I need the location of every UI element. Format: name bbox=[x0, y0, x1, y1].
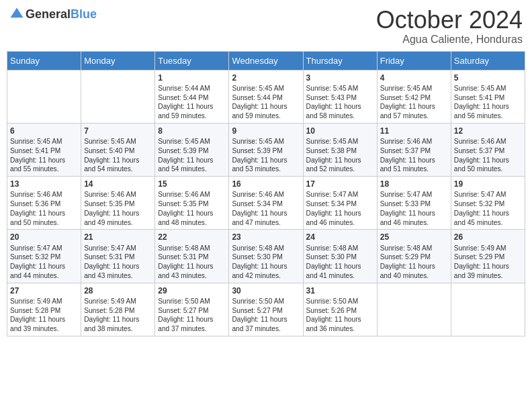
day-number: 20 bbox=[10, 232, 78, 242]
calendar-cell: 9Sunrise: 5:45 AMSunset: 5:39 PMDaylight… bbox=[229, 123, 303, 176]
calendar-cell bbox=[451, 283, 525, 336]
cell-info: Sunrise: 5:47 AMSunset: 5:32 PMDaylight:… bbox=[10, 244, 78, 281]
day-number: 6 bbox=[10, 126, 78, 136]
cell-info: Sunrise: 5:49 AMSunset: 5:28 PMDaylight:… bbox=[84, 297, 152, 334]
cell-info: Sunrise: 5:46 AMSunset: 5:37 PMDaylight:… bbox=[380, 137, 448, 174]
day-number: 13 bbox=[10, 179, 78, 189]
cell-info: Sunrise: 5:49 AMSunset: 5:28 PMDaylight:… bbox=[10, 297, 78, 334]
weekday-header: Sunday bbox=[7, 51, 81, 70]
calendar-week-row: 6Sunrise: 5:45 AMSunset: 5:41 PMDaylight… bbox=[7, 123, 525, 176]
calendar-cell: 17Sunrise: 5:47 AMSunset: 5:34 PMDayligh… bbox=[303, 177, 377, 230]
day-number: 17 bbox=[306, 179, 374, 189]
day-number: 31 bbox=[306, 285, 374, 296]
day-number: 19 bbox=[454, 179, 522, 189]
weekday-header: Tuesday bbox=[155, 51, 229, 70]
weekday-header: Wednesday bbox=[229, 51, 303, 70]
calendar-cell: 22Sunrise: 5:48 AMSunset: 5:31 PMDayligh… bbox=[155, 230, 229, 283]
day-number: 3 bbox=[306, 73, 374, 83]
logo-text-blue: Blue bbox=[71, 7, 97, 21]
cell-info: Sunrise: 5:48 AMSunset: 5:30 PMDaylight:… bbox=[306, 244, 374, 281]
cell-info: Sunrise: 5:50 AMSunset: 5:27 PMDaylight:… bbox=[232, 297, 300, 334]
day-number: 4 bbox=[380, 73, 448, 83]
calendar-cell: 4Sunrise: 5:45 AMSunset: 5:42 PMDaylight… bbox=[377, 70, 451, 123]
cell-info: Sunrise: 5:45 AMSunset: 5:42 PMDaylight:… bbox=[380, 84, 448, 121]
day-number: 24 bbox=[306, 232, 374, 242]
month-title: October 2024 bbox=[376, 7, 523, 34]
calendar-cell: 27Sunrise: 5:49 AMSunset: 5:28 PMDayligh… bbox=[7, 283, 81, 336]
cell-info: Sunrise: 5:48 AMSunset: 5:29 PMDaylight:… bbox=[380, 244, 448, 281]
weekday-header: Monday bbox=[81, 51, 155, 70]
calendar-cell: 18Sunrise: 5:47 AMSunset: 5:33 PMDayligh… bbox=[377, 177, 451, 230]
cell-info: Sunrise: 5:50 AMSunset: 5:26 PMDaylight:… bbox=[306, 297, 374, 334]
calendar-cell: 8Sunrise: 5:45 AMSunset: 5:39 PMDaylight… bbox=[155, 123, 229, 176]
cell-info: Sunrise: 5:44 AMSunset: 5:44 PMDaylight:… bbox=[158, 84, 226, 121]
cell-info: Sunrise: 5:45 AMSunset: 5:38 PMDaylight:… bbox=[306, 137, 374, 174]
day-number: 5 bbox=[454, 73, 522, 83]
day-number: 30 bbox=[232, 285, 300, 296]
day-number: 16 bbox=[232, 179, 300, 189]
cell-info: Sunrise: 5:45 AMSunset: 5:43 PMDaylight:… bbox=[306, 84, 374, 121]
calendar-week-row: 1Sunrise: 5:44 AMSunset: 5:44 PMDaylight… bbox=[7, 70, 525, 123]
calendar-cell: 30Sunrise: 5:50 AMSunset: 5:27 PMDayligh… bbox=[229, 283, 303, 336]
calendar-cell: 12Sunrise: 5:46 AMSunset: 5:37 PMDayligh… bbox=[451, 123, 525, 176]
calendar-cell: 24Sunrise: 5:48 AMSunset: 5:30 PMDayligh… bbox=[303, 230, 377, 283]
weekday-header: Thursday bbox=[303, 51, 377, 70]
day-number: 11 bbox=[380, 126, 448, 136]
svg-marker-0 bbox=[10, 7, 23, 17]
calendar-header-row: SundayMondayTuesdayWednesdayThursdayFrid… bbox=[7, 51, 525, 70]
calendar-table: SundayMondayTuesdayWednesdayThursdayFrid… bbox=[7, 51, 525, 336]
calendar-cell: 13Sunrise: 5:46 AMSunset: 5:36 PMDayligh… bbox=[7, 177, 81, 230]
calendar-cell: 11Sunrise: 5:46 AMSunset: 5:37 PMDayligh… bbox=[377, 123, 451, 176]
cell-info: Sunrise: 5:48 AMSunset: 5:31 PMDaylight:… bbox=[158, 244, 226, 281]
calendar-cell: 2Sunrise: 5:45 AMSunset: 5:44 PMDaylight… bbox=[229, 70, 303, 123]
calendar-cell: 21Sunrise: 5:47 AMSunset: 5:31 PMDayligh… bbox=[81, 230, 155, 283]
calendar-cell: 10Sunrise: 5:45 AMSunset: 5:38 PMDayligh… bbox=[303, 123, 377, 176]
calendar-cell: 31Sunrise: 5:50 AMSunset: 5:26 PMDayligh… bbox=[303, 283, 377, 336]
calendar-cell: 20Sunrise: 5:47 AMSunset: 5:32 PMDayligh… bbox=[7, 230, 81, 283]
day-number: 7 bbox=[84, 126, 152, 136]
calendar-cell: 29Sunrise: 5:50 AMSunset: 5:27 PMDayligh… bbox=[155, 283, 229, 336]
calendar-cell: 15Sunrise: 5:46 AMSunset: 5:35 PMDayligh… bbox=[155, 177, 229, 230]
calendar-cell bbox=[81, 70, 155, 123]
calendar-cell: 7Sunrise: 5:45 AMSunset: 5:40 PMDaylight… bbox=[81, 123, 155, 176]
title-block: October 2024 Agua Caliente, Honduras bbox=[376, 7, 523, 46]
day-number: 15 bbox=[158, 179, 226, 189]
page-header: GeneralBlue October 2024 Agua Caliente, … bbox=[7, 7, 525, 46]
calendar-cell: 19Sunrise: 5:47 AMSunset: 5:32 PMDayligh… bbox=[451, 177, 525, 230]
cell-info: Sunrise: 5:46 AMSunset: 5:35 PMDaylight:… bbox=[84, 190, 152, 227]
cell-info: Sunrise: 5:47 AMSunset: 5:33 PMDaylight:… bbox=[380, 190, 448, 227]
calendar-cell: 25Sunrise: 5:48 AMSunset: 5:29 PMDayligh… bbox=[377, 230, 451, 283]
logo-icon bbox=[9, 7, 24, 21]
cell-info: Sunrise: 5:45 AMSunset: 5:41 PMDaylight:… bbox=[454, 84, 522, 121]
calendar-cell bbox=[377, 283, 451, 336]
calendar-week-row: 20Sunrise: 5:47 AMSunset: 5:32 PMDayligh… bbox=[7, 230, 525, 283]
calendar-cell: 23Sunrise: 5:48 AMSunset: 5:30 PMDayligh… bbox=[229, 230, 303, 283]
cell-info: Sunrise: 5:48 AMSunset: 5:30 PMDaylight:… bbox=[232, 244, 300, 281]
day-number: 26 bbox=[454, 232, 522, 242]
calendar-cell bbox=[7, 70, 81, 123]
cell-info: Sunrise: 5:49 AMSunset: 5:29 PMDaylight:… bbox=[454, 244, 522, 281]
day-number: 25 bbox=[380, 232, 448, 242]
day-number: 23 bbox=[232, 232, 300, 242]
cell-info: Sunrise: 5:50 AMSunset: 5:27 PMDaylight:… bbox=[158, 297, 226, 334]
day-number: 29 bbox=[158, 285, 226, 296]
cell-info: Sunrise: 5:46 AMSunset: 5:37 PMDaylight:… bbox=[454, 137, 522, 174]
cell-info: Sunrise: 5:45 AMSunset: 5:39 PMDaylight:… bbox=[232, 137, 300, 174]
calendar-cell: 3Sunrise: 5:45 AMSunset: 5:43 PMDaylight… bbox=[303, 70, 377, 123]
calendar-cell: 14Sunrise: 5:46 AMSunset: 5:35 PMDayligh… bbox=[81, 177, 155, 230]
calendar-cell: 16Sunrise: 5:46 AMSunset: 5:34 PMDayligh… bbox=[229, 177, 303, 230]
cell-info: Sunrise: 5:47 AMSunset: 5:32 PMDaylight:… bbox=[454, 190, 522, 227]
cell-info: Sunrise: 5:45 AMSunset: 5:40 PMDaylight:… bbox=[84, 137, 152, 174]
weekday-header: Friday bbox=[377, 51, 451, 70]
location-title: Agua Caliente, Honduras bbox=[376, 34, 523, 46]
day-number: 1 bbox=[158, 73, 226, 83]
day-number: 12 bbox=[454, 126, 522, 136]
calendar-week-row: 13Sunrise: 5:46 AMSunset: 5:36 PMDayligh… bbox=[7, 177, 525, 230]
cell-info: Sunrise: 5:45 AMSunset: 5:44 PMDaylight:… bbox=[232, 84, 300, 121]
cell-info: Sunrise: 5:46 AMSunset: 5:34 PMDaylight:… bbox=[232, 190, 300, 227]
cell-info: Sunrise: 5:46 AMSunset: 5:35 PMDaylight:… bbox=[158, 190, 226, 227]
day-number: 9 bbox=[232, 126, 300, 136]
day-number: 28 bbox=[84, 285, 152, 296]
calendar-cell: 6Sunrise: 5:45 AMSunset: 5:41 PMDaylight… bbox=[7, 123, 81, 176]
day-number: 27 bbox=[10, 285, 78, 296]
